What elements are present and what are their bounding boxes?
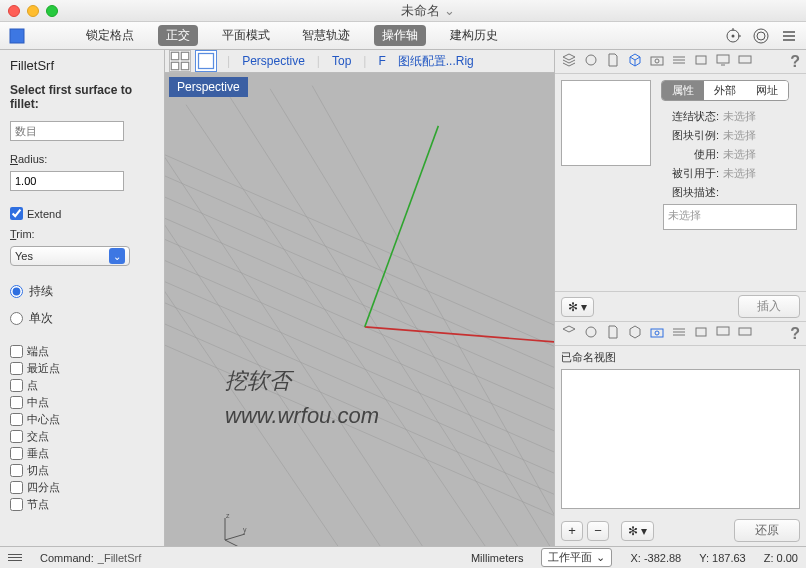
svg-rect-51 [696,328,706,336]
four-view-icon[interactable] [169,50,191,72]
left-panel: FilletSrf Select first surface to fillet… [0,50,165,546]
cube-icon-2[interactable] [627,324,643,343]
remove-view-button[interactable]: − [587,521,609,541]
svg-point-50 [655,331,659,335]
prop-link-status-value: 未选择 [723,109,756,124]
extend-checkbox[interactable]: Extend [10,207,154,220]
help-icon-2[interactable]: ? [790,325,800,343]
restore-button[interactable]: 还原 [734,519,800,542]
camera-icon-2[interactable] [649,324,665,343]
menu-icon[interactable] [778,27,800,45]
target-icon[interactable] [722,27,744,45]
svg-rect-47 [739,56,751,63]
osnap-list: 端点 最近点 点 中点 中心点 交点 垂点 切点 四分点 节点 [10,342,154,514]
zoom-window-button[interactable] [46,5,58,17]
svg-rect-0 [10,29,24,43]
osnap-near[interactable]: 最近点 [10,361,154,376]
gear-row-1: ✻ ▾ 插入 [555,291,806,321]
prop-tab-external[interactable]: 外部 [704,81,746,100]
help-icon[interactable]: ? [790,53,800,71]
camera-icon[interactable] [649,52,665,71]
toolbar-planar[interactable]: 平面模式 [214,25,278,46]
layers-icon-2[interactable] [561,324,577,343]
cube-icon[interactable] [627,52,643,71]
titlebar: 未命名 [0,0,806,22]
radius-input[interactable] [10,171,124,191]
svg-rect-12 [171,62,179,70]
svg-point-6 [757,32,765,40]
device-icon-2[interactable] [693,324,709,343]
monitor-icon[interactable] [715,52,731,71]
svg-rect-13 [181,62,189,70]
tab-layout[interactable]: 图纸配置...Rig [392,53,480,70]
insert-button[interactable]: 插入 [738,295,800,318]
minimize-window-button[interactable] [27,5,39,17]
viewport-label[interactable]: Perspective [169,77,248,97]
prop-referenced-label: 被引用于: [663,166,719,181]
svg-point-43 [655,59,659,63]
document-icon[interactable] [605,52,621,71]
chevron-down-icon: ⌄ [109,248,125,264]
watermark: 挖软否 www.wrfou.com [225,363,379,433]
cplane-dropdown[interactable]: 工作平面 ⌄ [541,548,612,567]
osnap-knot[interactable]: 节点 [10,497,154,512]
description-box[interactable]: 未选择 [663,204,797,230]
display-icon-2[interactable] [737,324,753,343]
monitor-icon-2[interactable] [715,324,731,343]
named-views-list[interactable] [561,369,800,509]
osnap-int[interactable]: 交点 [10,429,154,444]
named-views-buttons: + − ✻ ▾ 还原 [555,515,806,546]
prop-referenced-value: 未选择 [723,166,756,181]
osnap-cen[interactable]: 中心点 [10,412,154,427]
osnap-tan[interactable]: 切点 [10,463,154,478]
circle-icon-2[interactable] [583,324,599,343]
osnap-quad[interactable]: 四分点 [10,480,154,495]
circles-icon[interactable] [750,27,772,45]
prop-tab-url[interactable]: 网址 [746,81,788,100]
toolbar-gumball[interactable]: 操作轴 [374,25,426,46]
stack-icon[interactable] [671,52,687,71]
osnap-point[interactable]: 点 [10,378,154,393]
document-icon-2[interactable] [605,324,621,343]
gear-button-1[interactable]: ✻ ▾ [561,297,594,317]
display-icon[interactable] [737,52,753,71]
layers-icon[interactable] [561,52,577,71]
svg-text:z: z [226,512,230,519]
status-bar: Command: _FilletSrf Millimeters 工作平面 ⌄ X… [0,546,806,568]
svg-text:y: y [243,526,247,534]
prop-tab-attr[interactable]: 属性 [662,81,704,100]
trim-select[interactable]: Yes ⌄ [10,246,130,266]
command-line[interactable]: Command: _FilletSrf [40,552,141,564]
statusbar-menu-icon[interactable] [8,552,22,563]
svg-rect-10 [171,52,179,60]
toolbar-history[interactable]: 建构历史 [442,25,506,46]
command-prompt: Select first surface to fillet: [10,83,154,111]
osnap-mid[interactable]: 中点 [10,395,154,410]
toolbar-grid-lock[interactable]: 锁定格点 [78,25,142,46]
osnap-perp[interactable]: 垂点 [10,446,154,461]
status-x: X: -382.88 [630,552,681,564]
stack-icon-2[interactable] [671,324,687,343]
status-z: Z: 0.00 [764,552,798,564]
viewport[interactable]: Perspective 挖软否 www.wrfou.com z y x [165,73,554,568]
window-title[interactable]: 未命名 [58,2,798,20]
number-input[interactable] [10,121,124,141]
toolbar-ortho[interactable]: 正交 [158,25,198,46]
radio-persistent[interactable]: 持续 [10,283,154,300]
tab-perspective[interactable]: Perspective [236,54,311,68]
toolbar-smarttrack[interactable]: 智慧轨迹 [294,25,358,46]
osnap-end[interactable]: 端点 [10,344,154,359]
svg-point-41 [586,55,596,65]
radio-once[interactable]: 单次 [10,310,154,327]
gear-button-2[interactable]: ✻ ▾ [621,521,654,541]
tab-top[interactable]: Top [326,54,357,68]
circle-icon[interactable] [583,52,599,71]
single-view-icon[interactable] [195,50,217,72]
tab-f[interactable]: F [372,54,391,68]
close-window-button[interactable] [8,5,20,17]
properties-section: 属性 外部 网址 连结状态:未选择 图块引例:未选择 使用:未选择 被引用于:未… [555,74,806,291]
prop-block-inst-value: 未选择 [723,128,756,143]
device-icon[interactable] [693,52,709,71]
svg-rect-14 [199,54,214,69]
add-view-button[interactable]: + [561,521,583,541]
